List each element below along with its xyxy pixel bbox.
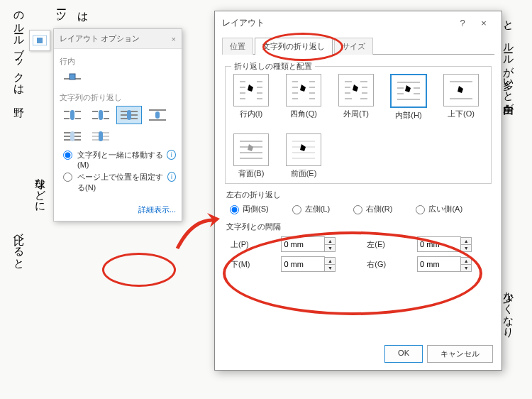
- svg-rect-9: [99, 131, 103, 141]
- popup-title: レイアウト オプション: [60, 33, 140, 44]
- dist-left-input[interactable]: ▲▼: [417, 236, 486, 252]
- wrap-through[interactable]: 内部(H): [389, 74, 428, 121]
- wrap-inline-icon[interactable]: [60, 70, 85, 88]
- doc-text: 球などに: [30, 170, 51, 207]
- dist-bottom-input[interactable]: ▲▼: [281, 256, 350, 272]
- close-button[interactable]: ×: [473, 18, 494, 28]
- wrap-topbottom[interactable]: 上下(O): [441, 74, 481, 121]
- svg-rect-4: [70, 110, 74, 120]
- wrap-front-icon[interactable]: [88, 127, 113, 146]
- wrap-square-icon[interactable]: [60, 106, 85, 124]
- layout-options-trigger[interactable]: [29, 30, 50, 51]
- side-group-label: 左右の折り返し: [226, 190, 490, 200]
- wrap-inline[interactable]: 行内(I): [231, 74, 271, 121]
- side-right-radio[interactable]: 右側(R): [350, 203, 392, 214]
- doc-text: 比べると: [9, 227, 30, 263]
- cancel-button[interactable]: キャンセル: [427, 345, 493, 363]
- svg-rect-1: [37, 38, 43, 43]
- svg-rect-3: [70, 74, 75, 80]
- doc-text: のルールブックは、野: [9, 4, 30, 99]
- svg-rect-5: [99, 110, 103, 120]
- svg-rect-8: [70, 131, 74, 141]
- tab-position[interactable]: 位置: [222, 38, 253, 55]
- dialog-title: レイアウト: [222, 17, 265, 29]
- wrap-topbottom-icon[interactable]: [145, 106, 170, 124]
- dist-right-input[interactable]: ▲▼: [417, 256, 486, 272]
- fix-position-radio[interactable]: ページ上で位置を固定する(N)i: [60, 172, 176, 193]
- info-icon[interactable]: i: [167, 172, 176, 182]
- move-with-text-radio[interactable]: 文字列と一緒に移動する(M)i: [60, 150, 176, 169]
- wrap-square[interactable]: 四角(Q): [284, 74, 323, 121]
- wrap-through-icon[interactable]: [116, 106, 142, 124]
- wrap-tight[interactable]: 外周(T): [336, 74, 376, 121]
- svg-rect-7: [155, 111, 160, 119]
- dist-group-label: 文字列との間隔: [226, 222, 490, 232]
- detail-link[interactable]: 詳細表示...: [54, 202, 182, 221]
- svg-rect-6: [127, 110, 131, 120]
- tab-wrap[interactable]: 文字列の折り返し: [255, 38, 333, 55]
- layout-dialog: レイアウト ? × 位置 文字列の折り返し サイズ 折り返しの種類と配置 行内(…: [214, 11, 502, 371]
- dist-top-label: 上(P): [231, 239, 264, 250]
- dist-left-label: 左(E): [367, 239, 400, 250]
- wrap-front[interactable]: 前面(E): [284, 133, 323, 179]
- wrap-behind[interactable]: 背面(B): [231, 133, 271, 179]
- wrap-tight-icon[interactable]: [88, 106, 113, 124]
- info-icon[interactable]: i: [167, 150, 176, 160]
- layout-options-popup: レイアウト オプション × 行内 文字列の折り返し 文字列と一緒に移動する(M)…: [53, 28, 182, 222]
- doc-text: は、: [72, 4, 94, 27]
- dist-bottom-label: 下(M): [231, 259, 264, 270]
- wrap-behind-icon[interactable]: [60, 127, 85, 146]
- dist-top-input[interactable]: ▲▼: [281, 236, 350, 252]
- help-button[interactable]: ?: [452, 18, 473, 28]
- dist-right-label: 右(G): [367, 259, 400, 270]
- side-wide-radio[interactable]: 広い側(A): [412, 203, 462, 214]
- close-icon[interactable]: ×: [172, 35, 176, 43]
- side-left-radio[interactable]: 左側(L): [289, 203, 330, 214]
- tab-size[interactable]: サイズ: [334, 38, 373, 55]
- ok-button[interactable]: OK: [384, 345, 423, 363]
- section-wrap-label: 文字列の折り返し: [60, 92, 176, 103]
- side-both-radio[interactable]: 両側(S): [226, 203, 269, 214]
- section-inline-label: 行内: [60, 56, 176, 67]
- wrap-type-group: 折り返しの種類と配置 行内(I) 四角(Q) 外周(T) 内部(H) 上下(O)…: [225, 66, 492, 184]
